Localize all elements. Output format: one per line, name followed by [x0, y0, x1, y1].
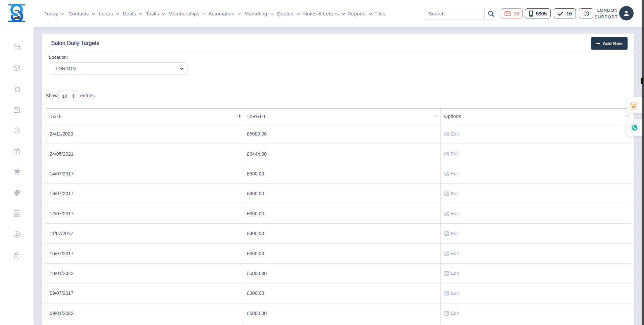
- svg-text:12: 12: [15, 47, 18, 50]
